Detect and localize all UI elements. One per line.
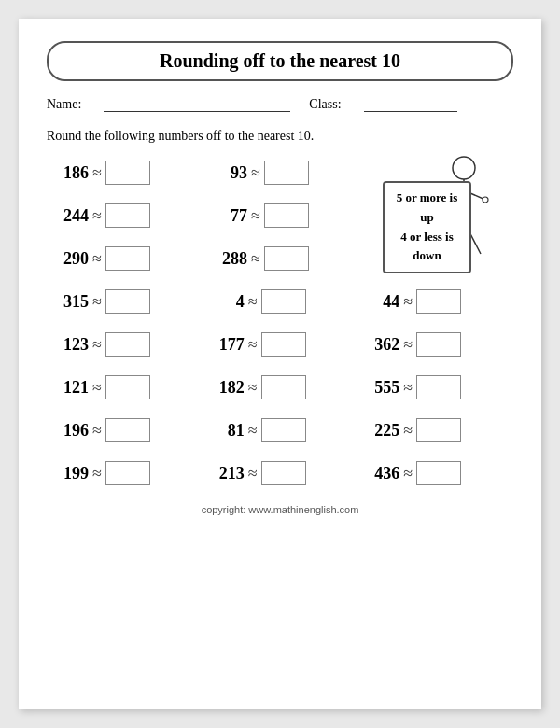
instruction: Round the following numbers off to the n…: [47, 129, 513, 144]
number-81: 81: [203, 421, 245, 441]
problem-4-2: 4 ≈: [203, 289, 358, 314]
number-77: 77: [205, 206, 247, 226]
answer-81[interactable]: [261, 418, 306, 442]
answer-177[interactable]: [261, 332, 306, 357]
svg-point-0: [453, 157, 475, 179]
title: Rounding off to the nearest 10: [47, 41, 513, 81]
problem-row-7: 196 ≈ 81 ≈ 225 ≈: [47, 418, 513, 442]
number-44: 44: [357, 292, 399, 312]
answer-121[interactable]: [105, 375, 150, 399]
number-225: 225: [357, 421, 399, 441]
class-input-line[interactable]: [364, 96, 457, 112]
answer-290[interactable]: [105, 246, 150, 271]
worksheet: Rounding off to the nearest 10 Name: Cla…: [19, 19, 541, 709]
copyright: copyright: www.mathinenglish.com: [47, 504, 513, 515]
answer-182[interactable]: [261, 375, 306, 399]
sign-line2: 4 or less is down: [400, 230, 453, 263]
problem-4-3: 44 ≈: [357, 289, 513, 314]
name-class-row: Name: Class:: [47, 96, 513, 112]
svg-point-7: [483, 197, 488, 203]
wavy-18: ≈: [403, 421, 413, 441]
sign-line1: 5 or more is up: [397, 190, 458, 224]
number-121: 121: [47, 378, 89, 398]
wavy-17: ≈: [248, 421, 258, 441]
problem-5-1: 123 ≈: [47, 332, 203, 357]
answer-93[interactable]: [264, 161, 309, 185]
problem-6-1: 121 ≈: [47, 375, 203, 399]
number-244: 244: [47, 206, 89, 226]
problems-area: 5 or more is up 4 or less is down 186 ≈ …: [47, 161, 513, 485]
number-199: 199: [47, 464, 89, 483]
name-label: Name:: [47, 97, 81, 112]
number-555: 555: [357, 378, 399, 398]
number-196: 196: [47, 421, 89, 441]
number-186: 186: [47, 163, 89, 183]
problem-4-1: 315 ≈: [47, 289, 203, 314]
wavy-9: ≈: [403, 292, 413, 312]
number-290: 290: [47, 249, 89, 269]
number-213: 213: [203, 464, 245, 483]
wavy-2: ≈: [251, 163, 260, 183]
wavy-7: ≈: [92, 292, 102, 312]
number-4: 4: [203, 292, 245, 312]
answer-123[interactable]: [105, 332, 150, 357]
problem-6-2: 182 ≈: [203, 375, 358, 399]
wavy-3: ≈: [92, 206, 102, 226]
wavy-21: ≈: [403, 464, 413, 483]
wavy-20: ≈: [248, 464, 258, 483]
answer-4[interactable]: [261, 289, 306, 314]
wavy-15: ≈: [403, 378, 413, 398]
number-123: 123: [47, 335, 89, 355]
answer-199[interactable]: [105, 461, 150, 485]
class-label: Class:: [309, 97, 341, 112]
hint-sign: 5 or more is up 4 or less is down: [383, 181, 471, 277]
number-93: 93: [205, 163, 247, 183]
answer-244[interactable]: [105, 203, 150, 228]
problem-5-3: 362 ≈: [357, 332, 513, 357]
problem-6-3: 555 ≈: [357, 375, 513, 399]
wavy-19: ≈: [92, 464, 102, 483]
problem-row-8: 199 ≈ 213 ≈ 436 ≈: [47, 461, 513, 485]
problem-row-6: 121 ≈ 182 ≈ 555 ≈: [47, 375, 513, 399]
problem-8-1: 199 ≈: [47, 461, 203, 485]
answer-362[interactable]: [416, 332, 461, 357]
character-container: 5 or more is up 4 or less is down: [383, 151, 513, 273]
answer-44[interactable]: [416, 289, 461, 314]
problem-7-1: 196 ≈: [47, 418, 203, 442]
wavy-6: ≈: [251, 249, 260, 269]
wavy-1: ≈: [92, 163, 102, 183]
problem-8-3: 436 ≈: [357, 461, 513, 485]
number-177: 177: [203, 335, 245, 355]
answer-436[interactable]: [416, 461, 461, 485]
problem-row-5: 123 ≈ 177 ≈ 362 ≈: [47, 332, 513, 357]
problem-2-1: 244 ≈: [47, 203, 205, 228]
problem-row-4: 315 ≈ 4 ≈ 44 ≈: [47, 289, 513, 314]
wavy-8: ≈: [248, 292, 258, 312]
answer-196[interactable]: [105, 418, 150, 442]
wavy-14: ≈: [248, 378, 258, 398]
answer-213[interactable]: [261, 461, 306, 485]
number-436: 436: [357, 464, 399, 483]
number-182: 182: [203, 378, 245, 398]
number-315: 315: [47, 292, 89, 312]
wavy-10: ≈: [92, 335, 102, 355]
problem-7-2: 81 ≈: [203, 418, 358, 442]
answer-225[interactable]: [416, 418, 461, 442]
answer-186[interactable]: [105, 161, 150, 185]
answer-77[interactable]: [264, 203, 309, 228]
problem-2-2: 77 ≈: [205, 203, 364, 228]
problem-1-2: 93 ≈: [205, 161, 364, 185]
wavy-12: ≈: [403, 335, 413, 355]
wavy-11: ≈: [248, 335, 258, 355]
name-input-line[interactable]: [104, 96, 290, 112]
answer-315[interactable]: [105, 289, 150, 314]
number-288: 288: [205, 249, 247, 269]
problem-7-3: 225 ≈: [357, 418, 513, 442]
problem-8-2: 213 ≈: [203, 461, 358, 485]
wavy-16: ≈: [92, 421, 102, 441]
answer-555[interactable]: [416, 375, 461, 399]
problem-3-2: 288 ≈: [205, 246, 364, 271]
problem-3-1: 290 ≈: [47, 246, 205, 271]
problem-5-2: 177 ≈: [203, 332, 358, 357]
answer-288[interactable]: [264, 246, 309, 271]
